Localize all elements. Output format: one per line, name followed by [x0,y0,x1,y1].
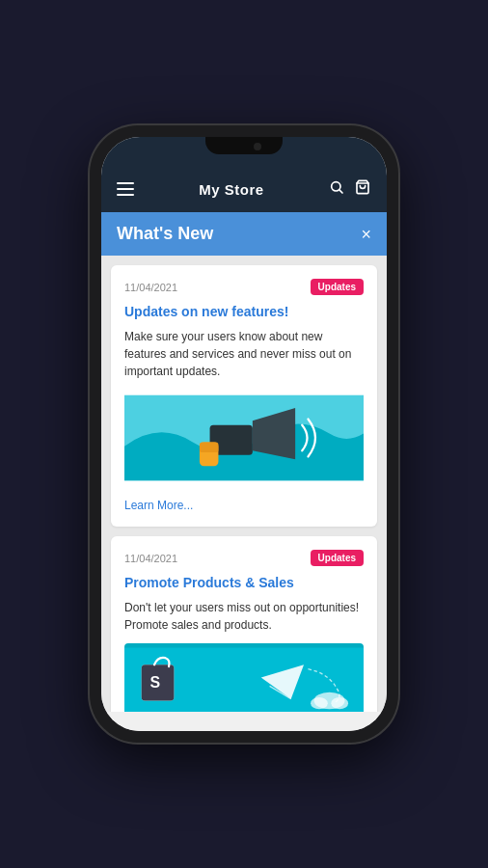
article-date-2: 11/04/2021 [124,553,177,564]
phone-frame: My Store What's New [90,125,398,743]
header-icons [329,179,371,199]
article-image-2: S [124,643,364,712]
whats-new-banner: What's New × [101,212,387,256]
article-description-2: Don't let your users miss out on opportu… [124,599,364,634]
close-button[interactable]: × [361,226,371,243]
bottom-bar [101,712,387,731]
article-title-1: Updates on new features! [124,303,364,320]
camera-dot [254,143,261,150]
notch-area [101,137,387,166]
article-card-1: 11/04/2021 Updates Updates on new featur… [111,265,377,527]
article-title-2: Promote Products & Sales [124,574,364,591]
svg-line-1 [339,190,342,193]
article-date-1: 11/04/2021 [124,282,177,293]
articles-scroll[interactable]: 11/04/2021 Updates Updates on new featur… [101,256,387,712]
article-image-1 [124,390,364,486]
menu-button[interactable] [117,182,134,196]
notch [205,137,283,154]
card-header-1: 11/04/2021 Updates [124,279,364,295]
article-card-2: 11/04/2021 Updates Promote Products & Sa… [111,536,377,712]
cart-icon[interactable] [354,179,371,199]
whats-new-title: What's New [117,224,213,244]
svg-text:S: S [150,675,161,692]
app-header: My Store [101,166,387,212]
badge-updates-2: Updates [311,550,364,566]
store-title: My Store [199,181,263,198]
phone-screen: My Store What's New [101,137,387,731]
svg-point-16 [331,697,348,709]
article-description-1: Make sure your users know about new feat… [124,328,364,380]
card-header-2: 11/04/2021 Updates [124,550,364,566]
svg-rect-7 [200,443,218,453]
svg-point-15 [311,697,328,709]
badge-updates-1: Updates [311,279,364,295]
learn-more-link-1[interactable]: Learn More... [124,499,193,512]
search-icon[interactable] [329,179,344,199]
